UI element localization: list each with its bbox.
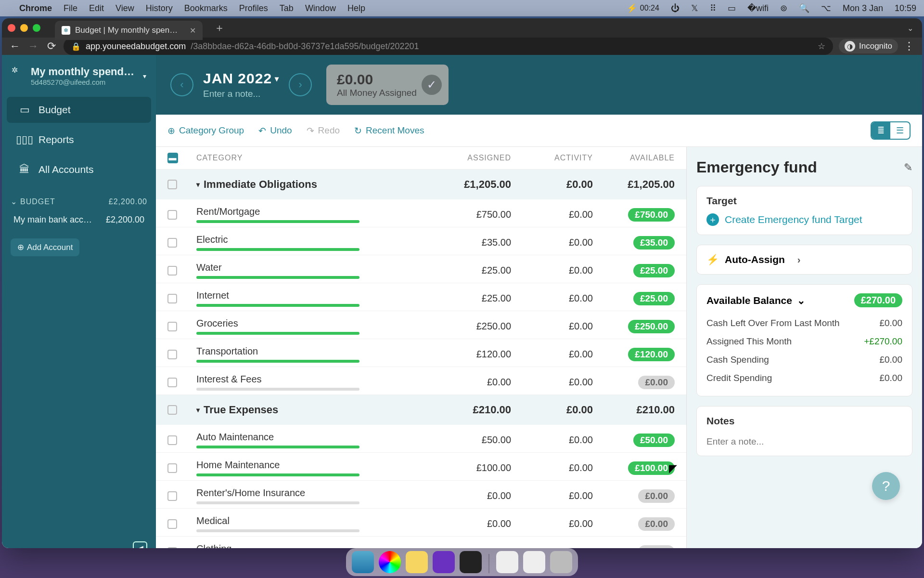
menu-window[interactable]: Window <box>305 3 336 13</box>
menu-history[interactable]: History <box>146 3 173 13</box>
assigned-value[interactable]: £25.00 <box>429 293 511 304</box>
help-fab-button[interactable]: ? <box>872 472 900 500</box>
category-row[interactable]: Clothing £0.00 £0.00 £0.00 <box>156 537 686 548</box>
row-checkbox[interactable] <box>167 463 177 473</box>
assigned-value[interactable]: £750.00 <box>429 209 511 220</box>
row-checkbox[interactable] <box>167 491 177 501</box>
available-pill[interactable]: £120.00 <box>628 348 675 361</box>
row-checkbox[interactable] <box>167 210 177 220</box>
sidebar-section-budget[interactable]: ⌄BUDGET £2,200.00 <box>2 184 156 210</box>
add-account-button[interactable]: ⊕ Add Account <box>11 238 79 256</box>
assigned-value[interactable]: £0.00 <box>429 518 511 529</box>
menubar-date[interactable]: Mon 3 Jan <box>843 3 883 13</box>
row-checkbox[interactable] <box>167 435 177 445</box>
minimize-window-button[interactable] <box>20 24 28 32</box>
category-row[interactable]: Water £25.00 £0.00 £25.00 <box>156 255 686 283</box>
incognito-badge[interactable]: ◑ Incognito <box>839 39 898 53</box>
row-checkbox[interactable] <box>167 266 177 276</box>
back-button[interactable]: ← <box>9 40 21 53</box>
available-pill[interactable]: £50.00 <box>633 434 675 447</box>
category-row[interactable]: Internet £25.00 £0.00 £25.00 <box>156 283 686 311</box>
zoom-window-button[interactable] <box>33 24 40 32</box>
dock-app1-icon[interactable] <box>433 551 455 573</box>
create-target-button[interactable]: ＋ Create Emergency fund Target <box>706 213 902 226</box>
status-fast-icon[interactable]: ⏻ <box>671 3 680 13</box>
tab-close-icon[interactable]: ✕ <box>190 26 196 35</box>
new-tab-button[interactable]: ＋ <box>214 21 225 35</box>
available-pill[interactable]: £250.00 <box>628 320 675 333</box>
browser-tab[interactable]: ❄ Budget | My monthly spending ✕ <box>55 21 203 40</box>
category-row[interactable]: Electric £35.00 £0.00 £35.00 <box>156 227 686 255</box>
category-row[interactable]: Rent/Mortgage £750.00 £0.00 £750.00 <box>156 199 686 227</box>
dock-trash-icon[interactable] <box>550 551 572 573</box>
sidebar-item-budget[interactable]: ▭ Budget <box>7 97 151 123</box>
category-group-row[interactable]: ▾True Expenses £210.00 £0.00 £210.00 <box>156 395 686 425</box>
assigned-value[interactable]: £250.00 <box>429 321 511 332</box>
address-bar[interactable]: 🔒 app.youneedabudget.com/3a8bbdae-d62a-4… <box>64 38 833 55</box>
budget-switcher[interactable]: ✲ My monthly spend… 5d485270@uifeed.com … <box>2 64 156 95</box>
dock-doc2-icon[interactable] <box>523 551 545 573</box>
available-pill[interactable]: £0.00 <box>638 489 675 503</box>
available-pill[interactable]: £0.00 <box>638 376 675 389</box>
category-row[interactable]: Home Maintenance £100.00 £0.00 £100.00 <box>156 453 686 481</box>
available-pill[interactable]: £0.00 <box>638 545 675 549</box>
tabs-menu-icon[interactable]: ⌄ <box>907 24 913 33</box>
row-checkbox[interactable] <box>167 322 177 331</box>
switch-icon[interactable]: ⌥ <box>821 3 831 13</box>
select-all-checkbox[interactable]: ▬ <box>167 153 178 163</box>
view-list-button[interactable]: ☰ <box>890 122 910 139</box>
menu-profiles[interactable]: Profiles <box>239 3 268 13</box>
menu-help[interactable]: Help <box>347 3 365 13</box>
available-pill[interactable]: £35.00 <box>633 236 675 250</box>
row-checkbox[interactable] <box>167 378 177 387</box>
available-pill[interactable]: £25.00 <box>633 264 675 277</box>
available-pill[interactable]: £100.00 <box>628 461 675 475</box>
month-note-input[interactable]: Enter a note... <box>203 89 279 99</box>
battery-icon[interactable]: ▭ <box>728 3 736 13</box>
menu-tab[interactable]: Tab <box>280 3 294 13</box>
wifi-icon[interactable]: �wifi <box>747 3 769 13</box>
auto-assign-card[interactable]: ⚡ Auto-Assign › <box>696 245 912 275</box>
to-be-budgeted-card[interactable]: £0.00 All Money Assigned ✓ <box>326 65 449 105</box>
status-x-icon[interactable]: 𝕏 <box>691 3 698 13</box>
sidebar-account[interactable]: My main bank acc… £2,200.00 <box>2 210 156 230</box>
control-center-icon[interactable]: ⊚ <box>780 3 787 13</box>
assigned-value[interactable]: £35.00 <box>429 237 511 248</box>
category-row[interactable]: Groceries £250.00 £0.00 £250.00 <box>156 311 686 339</box>
assigned-value[interactable]: £100.00 <box>429 462 511 473</box>
menu-bookmarks[interactable]: Bookmarks <box>184 3 228 13</box>
category-row[interactable]: Interest & Fees £0.00 £0.00 £0.00 <box>156 367 686 395</box>
redo-button[interactable]: ↷Redo <box>307 125 340 136</box>
menubar-app-name[interactable]: Chrome <box>19 3 52 13</box>
status-misc-icon[interactable]: ⠿ <box>710 3 716 13</box>
bookmark-star-icon[interactable]: ☆ <box>818 41 825 52</box>
category-row[interactable]: Auto Maintenance £50.00 £0.00 £50.00 <box>156 425 686 453</box>
category-row[interactable]: Renter's/Home Insurance £0.00 £0.00 £0.0… <box>156 481 686 509</box>
assigned-value[interactable]: £0.00 <box>429 377 511 388</box>
dock-chrome-icon[interactable] <box>379 551 401 573</box>
assigned-value[interactable]: £50.00 <box>429 434 511 446</box>
menu-edit[interactable]: Edit <box>89 3 104 13</box>
sidebar-item-reports[interactable]: ▯▯▯ Reports <box>7 127 151 153</box>
row-checkbox[interactable] <box>167 519 177 529</box>
assigned-value[interactable]: £0.00 <box>429 490 511 501</box>
undo-button[interactable]: ↶Undo <box>258 125 292 136</box>
menubar-clock[interactable]: 10:59 <box>895 3 916 13</box>
category-group-row[interactable]: ▾Immediate Obligations £1,205.00 £0.00 £… <box>156 170 686 199</box>
lock-icon[interactable]: 🔒 <box>71 42 81 51</box>
collapse-sidebar-button[interactable]: ◀ <box>133 541 147 548</box>
chevron-down-icon[interactable]: ⌄ <box>797 295 806 306</box>
recent-moves-button[interactable]: ↻Recent Moves <box>354 125 424 136</box>
dock-finder-icon[interactable] <box>352 551 374 573</box>
assigned-value[interactable]: £25.00 <box>429 265 511 276</box>
month-picker[interactable]: JAN 2022▾ <box>203 70 279 87</box>
reload-button[interactable]: ⟳ <box>45 40 58 53</box>
chrome-menu-icon[interactable]: ⋮ <box>904 40 915 53</box>
edit-icon[interactable]: ✎ <box>904 161 912 174</box>
dock-terminal-icon[interactable] <box>460 551 482 573</box>
add-category-group-button[interactable]: ⊕Category Group <box>167 125 244 136</box>
available-pill[interactable]: £0.00 <box>638 517 675 531</box>
group-checkbox[interactable] <box>167 405 177 415</box>
group-checkbox[interactable] <box>167 180 177 189</box>
assigned-value[interactable]: £120.00 <box>429 349 511 360</box>
